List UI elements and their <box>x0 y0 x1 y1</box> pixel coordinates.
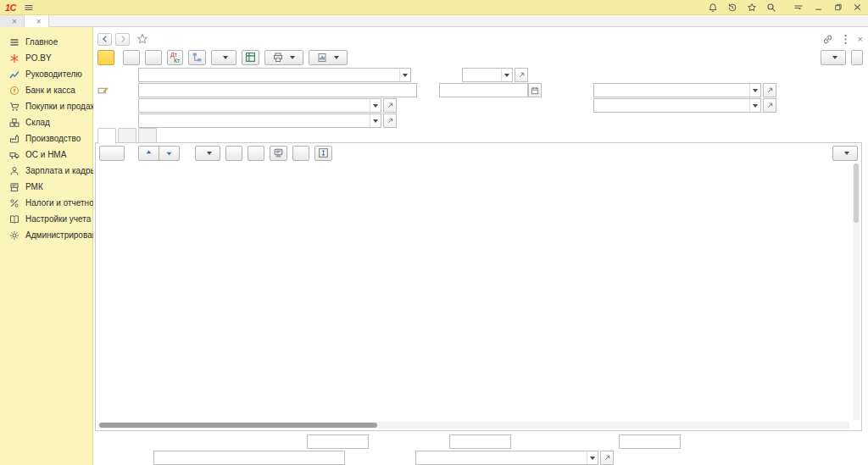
number-field[interactable] <box>138 83 417 97</box>
back-button[interactable] <box>97 33 112 46</box>
pick-poby-button[interactable] <box>248 146 264 161</box>
pick-button[interactable] <box>225 146 242 161</box>
fill-button[interactable] <box>195 146 220 161</box>
post-button[interactable] <box>145 50 162 65</box>
form-more-button[interactable] <box>821 50 846 65</box>
open-inventory-button[interactable] <box>383 113 397 128</box>
tab-goods[interactable] <box>97 128 116 144</box>
add-row-button[interactable] <box>99 146 125 161</box>
sidebar-item-label: Зарплата и кадры <box>25 166 97 175</box>
edit-number-icon[interactable] <box>97 85 108 96</box>
reports-button[interactable] <box>309 50 348 65</box>
open-windows-tabbar: × × <box>0 15 868 27</box>
tab-agent-services[interactable] <box>118 128 136 143</box>
comment-field[interactable] <box>153 451 345 465</box>
sidebar-item-rukovoditelyu[interactable]: Руководителю <box>0 66 92 82</box>
warehouse-field[interactable] <box>593 83 761 97</box>
truck-icon <box>8 149 19 160</box>
chevron-down-icon[interactable] <box>370 114 381 127</box>
get-link-icon[interactable] <box>822 34 833 45</box>
notifications-bell-icon[interactable] <box>707 2 719 14</box>
vat-field <box>449 435 511 449</box>
edit-row-button[interactable] <box>292 146 309 161</box>
tab-close-icon[interactable]: × <box>36 17 42 26</box>
tab-payment-cards[interactable] <box>138 128 157 143</box>
open-dds-button[interactable] <box>763 98 776 113</box>
sidebar-item-nastroyki[interactable]: Настройки учета <box>0 211 92 227</box>
goods-tabstrip <box>97 128 159 143</box>
search-icon[interactable] <box>765 2 777 14</box>
document-form: × ДтКт <box>93 27 868 465</box>
structure-button[interactable] <box>188 50 206 65</box>
row-height-icon[interactable] <box>314 146 332 161</box>
sidebar-item-glavnoe[interactable]: Главное <box>0 34 92 50</box>
table-more-button[interactable] <box>832 146 858 161</box>
cashless-field <box>619 435 681 449</box>
sidebar-item-administrirovanie[interactable]: Администрирование <box>0 227 92 243</box>
help-button[interactable] <box>851 50 863 65</box>
minimize-icon[interactable] <box>812 2 824 14</box>
favorites-star-icon[interactable] <box>746 2 758 14</box>
open-warehouse-button[interactable] <box>763 83 776 97</box>
move-down-button[interactable] <box>159 146 180 161</box>
dds-article-field[interactable] <box>593 98 761 113</box>
bars-icon <box>8 36 19 47</box>
close-document-icon[interactable]: × <box>858 34 863 44</box>
post-and-close-button[interactable] <box>97 50 114 65</box>
sidebar-item-rmk[interactable]: РМК <box>0 179 92 195</box>
close-window-icon[interactable] <box>851 2 863 14</box>
open-organization-button[interactable] <box>383 98 397 113</box>
operation-type-field[interactable] <box>138 68 411 82</box>
sidebar-item-po-by[interactable]: PO.BY <box>0 50 92 66</box>
chart-icon <box>8 69 19 80</box>
print-button[interactable] <box>264 50 303 65</box>
tab-retail-reports-list[interactable]: × <box>0 15 25 27</box>
organization-field[interactable] <box>138 98 381 113</box>
service-menu-icon[interactable] <box>793 2 804 14</box>
favorite-star-icon[interactable] <box>136 33 148 45</box>
restore-icon[interactable] <box>832 2 843 14</box>
cash-account-field[interactable] <box>462 68 513 82</box>
chevron-down-icon[interactable] <box>749 99 760 112</box>
sidebar-item-zarplata-kadry[interactable]: Зарплата и кадры <box>0 163 92 179</box>
chevron-down-icon[interactable] <box>749 84 760 97</box>
write-button[interactable] <box>123 50 140 65</box>
total-field <box>307 435 369 449</box>
sidebar-item-proizvodstvo[interactable]: Производство <box>0 130 92 147</box>
date-field[interactable] <box>439 83 528 97</box>
chevron-down-icon <box>207 152 212 155</box>
create-based-on-button[interactable] <box>211 50 236 65</box>
tab-retail-report-document[interactable]: × <box>25 15 49 27</box>
sidebar-item-label: Настройки учета <box>25 214 91 224</box>
forward-button[interactable] <box>115 33 130 46</box>
sidebar-item-os-nma[interactable]: ОС и НМА <box>0 147 92 163</box>
chevron-down-icon <box>832 56 837 59</box>
main-menu-icon[interactable] <box>23 2 35 14</box>
horizontal-scrollbar[interactable] <box>97 422 849 429</box>
chevron-down-icon[interactable] <box>501 69 512 81</box>
sidebar-item-label: Склад <box>25 118 50 127</box>
open-cash-account-button[interactable] <box>515 68 528 82</box>
export-table-button[interactable] <box>242 50 259 65</box>
calendar-icon[interactable] <box>528 83 542 97</box>
chevron-down-icon[interactable] <box>587 451 598 464</box>
sidebar-item-nalogi[interactable]: Налоги и отчетность <box>0 195 92 211</box>
dtkt-postings-button[interactable]: ДтКт <box>167 50 183 65</box>
responsible-field[interactable] <box>415 451 598 465</box>
sidebar-item-pokupki-prodazhi[interactable]: Покупки и продажи <box>0 98 92 114</box>
chevron-down-icon[interactable] <box>370 99 381 112</box>
more-icon[interactable] <box>843 34 848 45</box>
move-up-button[interactable] <box>138 146 159 161</box>
vertical-scrollbar[interactable] <box>853 163 860 420</box>
history-icon[interactable] <box>726 2 738 14</box>
sidebar-item-sklad[interactable]: Склад <box>0 114 92 130</box>
sidebar: ГлавноеPO.BYРуководителюБанк и кассаПоку… <box>0 27 93 465</box>
sidebar-item-bank-kassa[interactable]: Банк и касса <box>0 82 92 98</box>
sidebar-item-label: Покупки и продажи <box>25 102 101 111</box>
tab-close-icon[interactable]: × <box>12 17 17 26</box>
chevron-down-icon[interactable] <box>399 69 410 81</box>
percent-icon <box>8 197 19 208</box>
inventory-field[interactable] <box>138 113 381 128</box>
scanner-icon[interactable] <box>270 146 287 161</box>
open-responsible-button[interactable] <box>600 451 614 465</box>
